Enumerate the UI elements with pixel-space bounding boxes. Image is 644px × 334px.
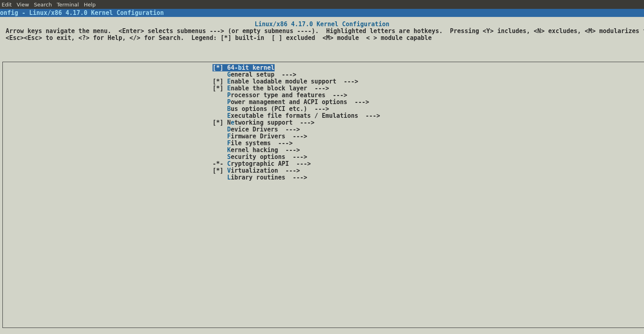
menu-item-prefix: -*- [213, 160, 227, 167]
menu-item-hotkey: b [238, 64, 242, 71]
menu-item-hotkey: F [227, 133, 231, 140]
menu-item-prefix: [*] [213, 119, 227, 126]
menu-item-0[interactable]: [*] 64-bit kernel [213, 65, 644, 71]
menu-edit[interactable]: Edit [2, 2, 12, 8]
instructions-line-1: Arrow keys navigate the menu. <Enter> se… [0, 28, 644, 35]
instructions-line-2: <Esc><Esc> to exit, <?> for Help, </> fo… [0, 35, 644, 42]
menu-help[interactable]: Help [84, 2, 96, 8]
submenu-arrow-icon: ---> [300, 119, 315, 126]
menu-item-label: us options (PCI etc.) [231, 105, 315, 113]
menu-item-prefix: [*] [213, 85, 227, 92]
menu-item-prefix [213, 92, 227, 99]
menu-item-label: irmware Drivers [231, 133, 293, 140]
menu-item-5[interactable]: Power management and ACPI options ---> [213, 99, 644, 106]
menu-item-hotkey: K [227, 146, 231, 154]
menu-item-hotkey: C [227, 160, 231, 167]
config-heading: Linux/x86 4.17.0 Kernel Configuration [0, 21, 644, 28]
menu-item-9[interactable]: Device Drivers ---> [213, 126, 644, 133]
submenu-arrow-icon: ---> [293, 133, 307, 140]
menu-item-6[interactable]: Bus options (PCI etc.) ---> [213, 106, 644, 113]
menu-item-prefix [213, 112, 227, 119]
menu-item-label: ibrary routines [231, 174, 293, 181]
menu-item-hotkey: e [231, 119, 234, 126]
window-title: onfig - Linux/x86 4.17.0 Kernel Configur… [0, 9, 644, 17]
menu-item-prefix: [*] [213, 78, 227, 85]
submenu-arrow-icon: ---> [365, 112, 380, 119]
submenu-arrow-icon: ---> [286, 126, 300, 133]
menu-item-13[interactable]: Security options ---> [213, 154, 644, 161]
menu-item-pretext: N [227, 119, 231, 126]
menu-item-hotkey: P [227, 98, 231, 106]
menu-item-label: ecurity options [231, 153, 293, 161]
submenu-arrow-icon: ---> [293, 153, 307, 161]
menu-view[interactable]: View [17, 2, 29, 8]
menu-item-2[interactable]: [*] Enable loadable module support ---> [213, 78, 644, 85]
menu-item-pretext: 64- [227, 64, 238, 71]
menu-item-label: ryptographic API [231, 160, 296, 167]
submenu-arrow-icon: ---> [315, 85, 329, 92]
menu-item-label: xecutable file formats / Emulations [231, 112, 365, 119]
menu-item-3[interactable]: [*] Enable the block layer ---> [213, 85, 644, 92]
menu-item-hotkey: F [227, 140, 231, 147]
menu-item-label: ernel hacking [231, 146, 285, 154]
submenu-arrow-icon: ---> [286, 167, 300, 174]
menu-item-prefix [213, 133, 227, 140]
menu-item-prefix [213, 98, 227, 106]
submenu-arrow-icon: ---> [315, 105, 329, 113]
menu-item-hotkey: E [227, 78, 231, 85]
menu-item-label: tworking support [234, 119, 300, 126]
menubar: Edit View Search Terminal Help [0, 0, 644, 9]
menu-frame: [*] 64-bit kernel General setup --->[*] … [2, 62, 644, 328]
menu-item-label: nable the block layer [231, 85, 315, 92]
menu-item-prefix [213, 174, 227, 181]
menu-item-label: irtualization [231, 167, 285, 174]
submenu-arrow-icon: ---> [296, 160, 311, 167]
menu-item-hotkey: P [227, 92, 231, 99]
menu-item-hotkey: B [227, 105, 231, 113]
menu-item-prefix [213, 140, 227, 147]
menu-item-label: it kernel [242, 64, 274, 71]
menu-item-prefix: [*] [213, 167, 227, 174]
menu-item-prefix: [*] [213, 64, 227, 71]
submenu-arrow-icon: ---> [286, 146, 300, 154]
menu-item-label: evice Drivers [231, 126, 285, 133]
submenu-arrow-icon: ---> [278, 140, 293, 147]
menu-item-hotkey: V [227, 167, 231, 174]
menu-item-label: rocessor type and features [231, 92, 333, 99]
menu-item-14[interactable]: -*- Cryptographic API ---> [213, 161, 644, 167]
terminal-content[interactable]: Linux/x86 4.17.0 Kernel Configuration Ar… [0, 17, 644, 328]
menu-item-prefix [213, 105, 227, 113]
menu-item-hotkey: E [227, 112, 231, 119]
menu-item-16[interactable]: Library routines ---> [213, 174, 644, 181]
menu-item-12[interactable]: Kernel hacking ---> [213, 147, 644, 154]
menu-item-1[interactable]: General setup ---> [213, 71, 644, 78]
menu-item-label: eneral setup [231, 71, 281, 78]
menu-item-label: nable loadable module support [231, 78, 344, 85]
menu-item-8[interactable]: [*] Networking support ---> [213, 119, 644, 126]
menu-item-10[interactable]: Firmware Drivers ---> [213, 133, 644, 140]
menu-item-15[interactable]: [*] Virtualization ---> [213, 167, 644, 174]
submenu-arrow-icon: ---> [344, 78, 358, 85]
menu-item-prefix [213, 71, 227, 78]
menu-item-hotkey: S [227, 153, 231, 161]
submenu-arrow-icon: ---> [293, 174, 307, 181]
menu-item-4[interactable]: Processor type and features ---> [213, 92, 644, 99]
menu-terminal[interactable]: Terminal [57, 2, 79, 8]
menu-list: [*] 64-bit kernel General setup --->[*] … [213, 65, 644, 181]
menu-item-label: ower management and ACPI options [231, 98, 354, 106]
menu-item-11[interactable]: File systems ---> [213, 140, 644, 147]
submenu-arrow-icon: ---> [354, 98, 369, 106]
menu-search[interactable]: Search [34, 2, 52, 8]
submenu-arrow-icon: ---> [282, 71, 296, 78]
menu-item-label: ile systems [231, 140, 278, 147]
submenu-arrow-icon: ---> [333, 92, 347, 99]
menu-item-prefix [213, 146, 227, 154]
menu-item-hotkey: G [227, 71, 231, 78]
menu-item-prefix [213, 153, 227, 161]
menu-item-hotkey: L [227, 174, 231, 181]
menu-item-hotkey: E [227, 85, 231, 92]
menu-item-hotkey: D [227, 126, 231, 133]
menu-item-7[interactable]: Executable file formats / Emulations ---… [213, 113, 644, 119]
menu-item-prefix [213, 126, 227, 133]
